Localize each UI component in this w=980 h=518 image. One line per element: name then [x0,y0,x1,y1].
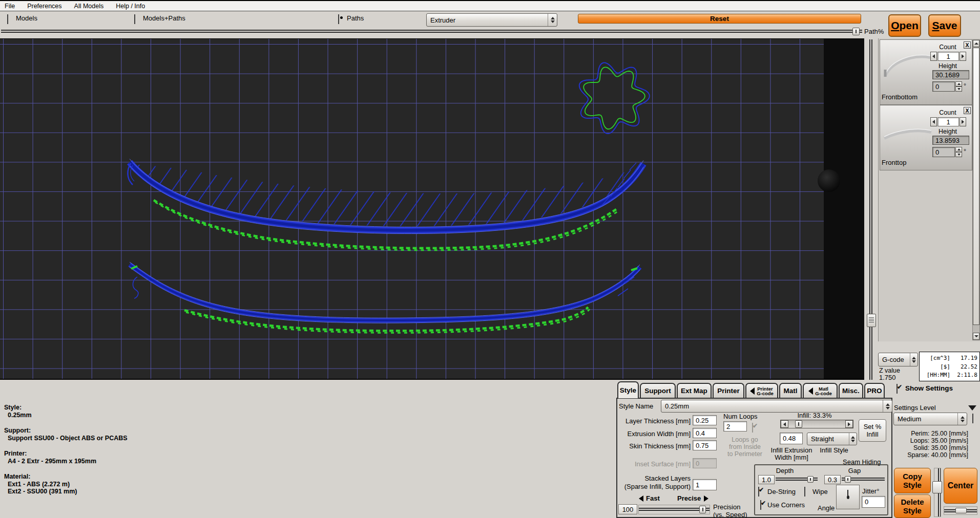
seam-depth-slider-thumb[interactable] [807,476,814,483]
infill-slider-left-icon[interactable] [781,420,788,428]
collapse-arrow-icon[interactable] [968,405,976,411]
settings-level-select[interactable]: Medium [893,413,967,425]
view-mode-models-paths[interactable] [134,15,135,24]
z-value-slider-thumb[interactable] [867,314,876,327]
tab-style[interactable]: Style [617,381,639,398]
seam-depth-slider[interactable] [776,475,818,484]
scroll-down-icon[interactable] [973,333,979,340]
open-button[interactable]: Open [888,14,921,37]
stacked-layers-input[interactable]: 1 [693,479,717,490]
count-increment-button[interactable] [960,117,966,126]
count-label: Count [934,44,961,51]
use-corners-checkbox[interactable] [760,500,761,510]
dropdown-arrows-icon[interactable] [849,433,857,445]
tab-ext-map[interactable]: Ext Map [677,383,712,398]
scroll-up-icon[interactable] [973,40,979,47]
view-mode-models[interactable] [7,15,8,24]
count-value[interactable]: 1 [937,117,959,126]
infill-extrusion-width-input[interactable]: 0.48 [780,433,803,444]
view-mode-paths[interactable] [338,15,339,24]
style-name-select[interactable]: 0.25mm [661,400,892,413]
delete-style-button[interactable]: Delete Style [894,494,931,518]
center-horizontal-slider[interactable] [944,506,977,515]
style-name-value: 0.25mm [661,402,883,410]
jitter-input[interactable]: 0 [862,496,885,508]
menu-file[interactable]: File [5,3,15,10]
summary-style-heading: Style: [4,404,219,412]
seam-angle-dial[interactable] [836,485,860,509]
menu-preferences[interactable]: Preferences [27,3,61,10]
left-arrow-icon [808,387,813,395]
dropdown-arrows-icon[interactable] [548,14,557,26]
precision-slider[interactable] [638,505,710,514]
tab-pro[interactable]: PRO [864,383,885,398]
infill-slider[interactable] [780,420,853,428]
skin-thickness-input[interactable]: 0.75 [693,440,717,450]
settings-extra-checkbox[interactable] [972,414,973,423]
print-stats-box: [cm^3]17.19 [$]22.52 [HH:MM]2:11.8 [919,352,980,381]
model-list-scrollbar[interactable] [972,39,980,340]
models-paths-checkbox[interactable] [134,14,135,24]
model-card-fronttop[interactable]: Count X 1 Height 13.8593 0 ° Fronttop [880,105,972,170]
dropdown-arrows-icon[interactable] [957,413,967,425]
toolpath-viewport[interactable] [0,38,864,380]
reset-button[interactable]: Reset [578,14,861,24]
infill-slider-right-icon[interactable] [845,420,853,428]
remove-model-button[interactable]: X [964,41,971,49]
menu-help-info[interactable]: Help / Info [116,3,145,10]
z-value-label: Z value [879,367,900,374]
rotation-value[interactable]: 0 [932,81,955,92]
extruder-select[interactable]: Extruder [426,13,557,27]
save-button[interactable]: Save [928,14,961,37]
tab-support[interactable]: Support [640,383,676,398]
extrusion-width-input[interactable]: 0.4 [693,428,717,438]
count-increment-button[interactable] [960,52,966,61]
seam-gap-slider-thumb[interactable] [845,476,851,483]
remove-model-button[interactable]: X [964,107,971,114]
paths-label: Paths [347,14,364,22]
center-horizontal-slider-thumb[interactable] [955,508,967,513]
loops-note-line1: Loops go [719,436,770,443]
summary-material-ext1: Ext1 - ABS (2.272 m) [4,481,219,488]
precision-slider-thumb[interactable] [699,506,706,513]
layer-thickness-input[interactable]: 0.25 [693,415,717,425]
show-settings-checkbox[interactable] [896,384,898,394]
menu-all-models[interactable]: All Models [74,3,104,10]
count-decrement-button[interactable] [930,117,937,126]
infill-slider-thumb[interactable] [795,420,802,428]
models-checkbox[interactable] [7,14,8,24]
count-value[interactable]: 1 [937,52,959,61]
rotation-spinner[interactable] [955,81,962,92]
destring-checkbox[interactable] [758,487,759,497]
path-percent-slider[interactable] [1,27,862,36]
dropdown-arrows-icon[interactable] [883,400,892,412]
precision-label-line2: (vs. Speed) [713,511,747,518]
tab-matl[interactable]: Matl [779,383,802,398]
solid-speed: Solid: 35.00 [mm/s] [891,444,968,451]
scrollbar-thumb[interactable] [973,48,979,325]
z-value: 1.750 [879,374,896,381]
summary-printer-value: A4 - 2 Extr - 295mm x 195mm [4,458,219,465]
path-percent-slider-thumb[interactable] [852,28,860,35]
tab-printer[interactable]: Printer [713,383,744,398]
model-card-frontbottom[interactable]: Count X 1 Height 30.1689 0 ° Frontbottom [880,39,972,105]
count-decrement-button[interactable] [930,52,937,61]
tab-printer-gcode[interactable]: PrinterG-code [745,383,778,398]
tab-misc[interactable]: Misc. [839,383,863,398]
center-button[interactable]: Center [944,468,977,504]
stat-cost: [$]22.52 [922,363,977,370]
rotation-value[interactable]: 0 [932,147,955,157]
seam-gap-slider[interactable] [842,475,885,484]
z-value-slider[interactable] [866,39,877,380]
tab-matl-gcode[interactable]: MatlG-code [803,383,838,398]
set-percent-infill-button[interactable]: Set % Infill [859,419,886,442]
paths-radio[interactable] [338,14,339,24]
dropdown-arrows-icon[interactable] [910,353,918,366]
copy-style-button[interactable]: Copy Style [894,468,931,493]
num-loops-input[interactable]: 2 [723,421,747,431]
infill-style-select[interactable]: Straight [807,433,857,445]
rotation-spinner[interactable] [955,147,962,157]
gcode-mode-select[interactable]: G-code [878,353,918,366]
style-vertical-slider-thumb[interactable] [932,481,942,493]
wipe-checkbox[interactable] [804,487,805,497]
